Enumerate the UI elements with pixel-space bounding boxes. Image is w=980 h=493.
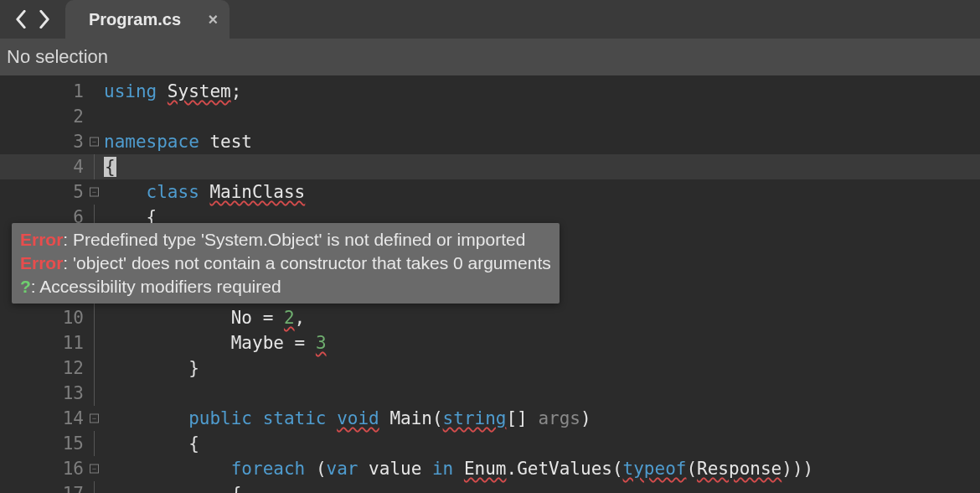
code-token: ( [316,459,327,479]
code-token: void [337,408,379,428]
code-token: [] [506,408,538,428]
fold-toggle-icon[interactable]: − [90,138,99,147]
tooltip-severity: Error [20,253,63,272]
code-token: .GetValues( [506,459,622,479]
code-token: { [104,157,116,177]
fold-guide [94,481,95,493]
tooltip-row: Error: 'object' does not contain a const… [20,252,551,275]
code-editor[interactable]: 123−45−67891011121314−1516−17 using Syst… [0,75,980,493]
gutter-line: 16− [0,456,101,481]
code-token [104,459,231,479]
gutter-line: 11 [0,330,101,355]
gutter-line: 14− [0,406,101,431]
code-line[interactable] [101,381,980,406]
error-tooltip: Error: Predefined type 'System.Object' i… [12,223,560,304]
tab-bar: Program.cs × [0,0,980,39]
gutter-line: 17 [0,481,101,493]
code-token: ))) [781,459,813,479]
code-token: { [104,433,199,454]
code-token: Main( [379,408,443,428]
tooltip-severity: Error [20,230,63,249]
code-token: No = [231,308,284,328]
tab-program-cs[interactable]: Program.cs × [65,0,230,39]
gutter-line: 5− [0,179,101,205]
fold-guide [94,355,95,381]
fold-guide [94,381,95,406]
fold-guide [94,154,95,179]
code-line[interactable] [101,104,980,129]
tooltip-row: ?: Accessibility modifiers required [20,275,551,298]
gutter-line: 13 [0,381,101,406]
code-token: test [209,132,252,152]
fold-toggle-icon[interactable]: − [90,414,99,423]
tooltip-message: : Predefined type 'System.Object' is not… [63,230,525,249]
code-token [104,408,188,428]
code-line[interactable]: { [101,154,980,179]
code-line[interactable]: public static void Main(string[] args) [101,406,980,431]
code-token: , [295,308,306,328]
fold-guide [94,305,95,330]
code-token: typeof [623,459,687,479]
code-token: args [538,408,580,428]
code-token: 3 [316,333,327,353]
nav-forward-icon[interactable] [39,10,50,29]
tab-label: Program.cs [89,10,181,29]
code-line[interactable]: using System; [101,79,980,104]
code-token [104,333,231,353]
code-token: Response [697,459,781,479]
code-line[interactable]: } [101,355,980,381]
code-token [104,308,231,328]
tooltip-severity: ? [20,277,31,296]
code-token: MainClass [209,182,305,202]
gutter-line: 1 [0,79,101,104]
code-token: Maybe = [231,333,316,353]
code-token: System [168,81,231,101]
fold-guide [94,330,95,355]
code-line[interactable]: namespace test [101,129,980,154]
gutter-line: 15 [0,431,101,456]
code-token: namespace [104,132,209,152]
code-token: class [147,182,210,202]
gutter-line: 10 [0,305,101,330]
code-token: { [104,484,241,493]
close-icon[interactable]: × [208,11,218,28]
fold-toggle-icon[interactable]: − [90,464,99,474]
tooltip-message: : 'object' does not contain a constructo… [63,253,550,272]
code-token [104,182,147,202]
fold-guide [94,431,95,456]
gutter-line: 2 [0,104,101,129]
code-token: ) [580,408,591,428]
tooltip-row: Error: Predefined type 'System.Object' i… [20,228,551,252]
gutter-line: 3− [0,129,101,154]
code-line[interactable]: { [101,481,980,493]
code-line[interactable]: { [101,431,980,456]
code-token: string [443,408,507,428]
code-token: public static [188,408,337,428]
fold-toggle-icon[interactable]: − [90,188,99,197]
code-line[interactable]: No = 2, [101,305,980,330]
code-token: value [369,459,432,479]
code-token: foreach [231,459,316,479]
code-line[interactable]: Maybe = 3 [101,330,980,355]
breadcrumb-text: No selection [7,46,108,68]
gutter-line: 4 [0,154,101,179]
nav-back-icon[interactable] [15,10,27,29]
code-token: ( [686,459,697,479]
code-token: } [104,358,199,378]
breadcrumb-bar[interactable]: No selection [0,39,980,75]
code-token: Enum [464,459,507,479]
nav-arrows [0,10,65,29]
code-token: var [327,459,369,479]
code-token: ; [231,81,242,101]
code-token: 2 [284,308,295,328]
code-line[interactable]: class MainClass [101,179,980,205]
tooltip-message: : Accessibility modifiers required [31,277,281,296]
code-token: using [104,81,168,101]
code-line[interactable]: foreach (var value in Enum.GetValues(typ… [101,456,980,481]
gutter-line: 12 [0,355,101,381]
code-token: in [432,459,464,479]
